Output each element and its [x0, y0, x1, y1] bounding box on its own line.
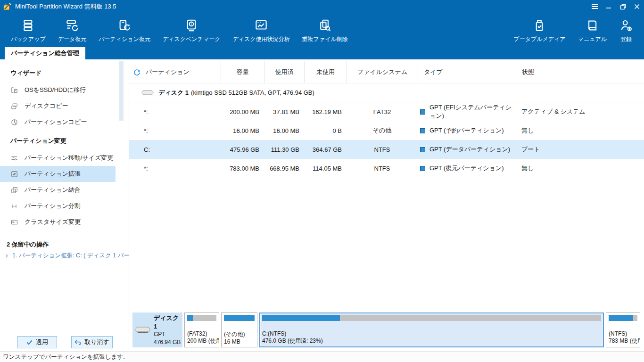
sidebar: ウィザード OSをSSD/HDDに移行 ディスクコピー パーティションコピー パ…	[0, 59, 129, 351]
disk-benchmark-icon	[184, 17, 198, 33]
toolbar-register-button[interactable]: 登録	[613, 17, 639, 43]
column-filesystem: ファイルシステム	[347, 61, 418, 83]
toolbar-disk-usage-button[interactable]: ディスク使用状況分析	[226, 17, 296, 43]
partition-type-square	[420, 147, 425, 152]
backup-icon	[21, 17, 35, 33]
disk-usage-analysis-icon	[254, 17, 268, 33]
sidebar-item-merge-partition[interactable]: パーティション結合	[0, 182, 116, 198]
sidebar-item-extend-partition[interactable]: パーティション拡張	[0, 166, 116, 182]
tab-partition-management[interactable]: パーティション総合管理	[5, 47, 85, 59]
chevron-right-icon[interactable]	[4, 253, 9, 259]
main-panel: パーティション 容量 使用済 未使用 ファイルシステム タイプ 状態 ディスク …	[129, 59, 644, 351]
disk-map-block-fat32[interactable]: (FAT32) 200 MB (使用	[184, 313, 219, 347]
usage-bar	[262, 315, 601, 321]
partition-copy-icon	[10, 118, 18, 126]
merge-partition-icon	[10, 186, 18, 194]
pending-operations-header: 2 保留中の操作	[0, 230, 129, 252]
table-row[interactable]: *: 783.00 MB 668.95 MB 114.05 MB NTFS GP…	[129, 159, 644, 178]
partition-recovery-icon	[117, 17, 132, 33]
usage-bar	[609, 315, 637, 321]
register-icon	[619, 17, 633, 33]
sidebar-item-split-partition[interactable]: パーティション分割	[0, 198, 116, 214]
app-logo-icon	[3, 2, 11, 11]
table-row[interactable]: *: 200.00 MB 37.81 MB 162.19 MB FAT32 GP…	[129, 102, 644, 121]
sidebar-item-disk-copy[interactable]: ディスクコピー	[0, 98, 116, 114]
toolbar-disk-benchmark-button[interactable]: ディスクベンチマーク	[157, 17, 227, 43]
extend-partition-icon	[10, 170, 18, 178]
column-status: 状態	[516, 61, 644, 83]
partition-type-square	[420, 166, 425, 171]
sidebar-section-partition-change: パーティション変更	[0, 130, 129, 150]
undo-button[interactable]: 取り消す	[71, 336, 113, 348]
partition-type-square	[420, 128, 425, 133]
column-unused: 未使用	[304, 61, 347, 83]
status-bar: ワンステップでパーティションを拡張します。	[0, 351, 644, 362]
toolbar-backup-button[interactable]: バックアップ	[5, 17, 52, 43]
disk-copy-icon	[10, 102, 18, 110]
disk-drive-3d-icon	[135, 324, 151, 336]
toolbar-manual-button[interactable]: マニュアル	[572, 17, 613, 43]
sidebar-scrollbar[interactable]	[119, 61, 124, 121]
bootable-media-icon	[532, 17, 546, 33]
migrate-os-icon	[10, 86, 18, 94]
status-text: ワンステップでパーティションを拡張します。	[3, 353, 129, 361]
restore-icon[interactable]	[616, 0, 630, 13]
partition-type-square	[420, 109, 425, 115]
menu-icon[interactable]	[587, 0, 602, 13]
disk-group-row[interactable]: ディスク 1 (kimtigo SSD 512GB SATA, GPT, 476…	[129, 83, 644, 102]
disk-map-block-c-selected[interactable]: C:(NTFS) 476.0 GB (使用済: 23%)	[259, 313, 604, 347]
disk-map-block-other[interactable]: (その他) 16 MB	[221, 313, 257, 347]
data-recovery-icon	[65, 17, 79, 33]
close-icon[interactable]	[630, 0, 644, 13]
manual-icon	[585, 17, 599, 33]
sidebar-item-migrate-os[interactable]: OSをSSD/HDDに移行	[0, 82, 116, 98]
undo-arrow-icon	[74, 340, 81, 345]
column-partition: パーティション	[146, 68, 190, 76]
column-capacity: 容量	[221, 61, 264, 83]
table-header: パーティション 容量 使用済 未使用 ファイルシステム タイプ 状態	[129, 61, 644, 83]
toolbar-bootable-media-button[interactable]: ブータブルメディア	[507, 17, 571, 43]
toolbar: バックアップ データ復元 パーティション復元 ディスクベンチマーク ディスク使用…	[0, 13, 644, 47]
duplicate-file-remove-icon	[318, 17, 332, 33]
title-bar: MiniTool Partition Wizard 無料版 13.5	[0, 0, 644, 13]
sidebar-item-cluster-size[interactable]: クラスタサイズ変更	[0, 214, 116, 230]
sidebar-item-move-resize[interactable]: パーティション移動/サイズ変更	[0, 150, 116, 166]
disk-drive-icon	[141, 89, 154, 96]
refresh-icon[interactable]	[133, 68, 141, 76]
table-row[interactable]: *: 16.00 MB 16.00 MB 0 B その他 GPT (予約パーティ…	[129, 121, 644, 140]
disk-map: ディスク 1 GPT 476.94 GB (FAT32) 200 MB (使用 …	[129, 309, 644, 351]
apply-button[interactable]: 適用	[17, 336, 57, 348]
table-row-selected[interactable]: C: 475.96 GB 111.30 GB 364.67 GB NTFS GP…	[129, 140, 644, 159]
column-type: タイプ	[418, 61, 516, 83]
app-window: MiniTool Partition Wizard 無料版 13.5 バックアッ…	[0, 0, 644, 362]
toolbar-duplicate-file-button[interactable]: 重複ファイル削除	[296, 17, 354, 43]
pending-operation-item[interactable]: 1. パーティション拡張: C: ( ディスク 1 パーティ...	[0, 252, 129, 260]
minimize-icon[interactable]	[602, 0, 616, 13]
cluster-size-icon	[10, 218, 18, 226]
split-partition-icon	[10, 202, 18, 210]
sidebar-section-wizard: ウィザード	[0, 62, 129, 82]
column-used: 使用済	[264, 61, 304, 83]
tab-bar: パーティション総合管理	[0, 47, 644, 59]
move-resize-icon	[10, 154, 18, 162]
usage-bar	[224, 315, 255, 321]
disk-map-disk-info[interactable]: ディスク 1 GPT 476.94 GB	[132, 313, 182, 347]
disk-map-block-recovery[interactable]: (NTFS) 783 MB (使用	[606, 313, 640, 347]
window-title: MiniTool Partition Wizard 無料版 13.5	[15, 2, 116, 11]
toolbar-partition-recovery-button[interactable]: パーティション復元	[92, 17, 157, 43]
usage-bar	[187, 315, 216, 321]
check-icon	[26, 340, 33, 345]
sidebar-item-partition-copy[interactable]: パーティションコピー	[0, 114, 116, 130]
toolbar-data-recovery-button[interactable]: データ復元	[52, 17, 93, 43]
